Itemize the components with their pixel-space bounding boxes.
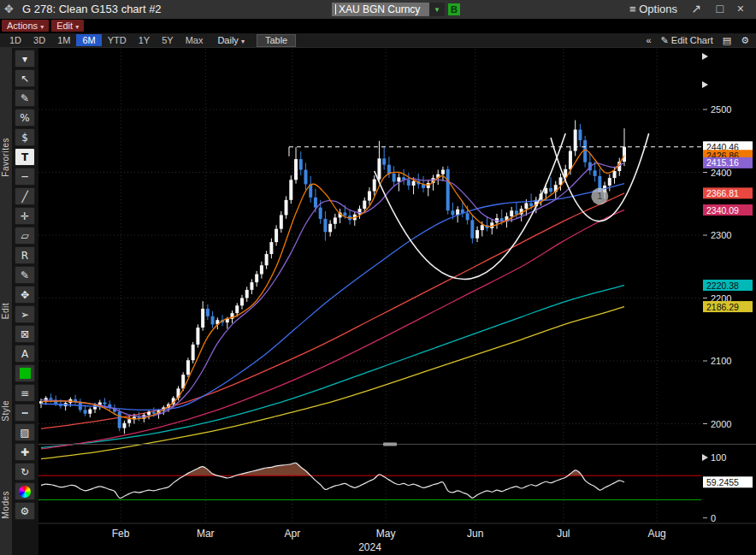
svg-text:2400: 2400 — [711, 168, 731, 178]
ma_yellow — [41, 307, 624, 459]
horizontal-line-tool[interactable]: ─ — [15, 168, 35, 186]
pencil-icon: ✎ — [661, 35, 669, 45]
collapse-panel-icon[interactable]: « — [646, 35, 651, 45]
edit-section-label: Edit — [1, 303, 10, 319]
svg-text:59.2455: 59.2455 — [706, 477, 739, 487]
range-tab-ytd[interactable]: YTD — [102, 34, 133, 46]
range-tab-6m[interactable]: 6M — [76, 34, 101, 46]
chevron-down-icon: ▾ — [40, 23, 44, 31]
window-title: G 278: Clean G153 chart #2 — [22, 3, 162, 15]
svg-text:Jun: Jun — [467, 528, 483, 540]
scroll-arrow-icon — [702, 81, 708, 88]
layout-grid-icon[interactable]: ▤ — [723, 35, 731, 46]
range-tab-1m[interactable]: 1M — [51, 34, 76, 46]
tool-column: ▾↖✎%$T─╱✛▱R✎✥➢⊠A≡┅▨✚↻⚙ — [15, 50, 35, 520]
chart-canvas[interactable]: 250024002300220021002000FebMarAprMayJunJ… — [0, 0, 756, 555]
security-input[interactable]: XAU BGN Curncy — [332, 3, 429, 16]
svg-text:100: 100 — [711, 452, 726, 463]
range-tab-max[interactable]: Max — [180, 34, 210, 46]
select-arrow-tool[interactable]: ➢ — [15, 305, 35, 323]
edit-menu-button[interactable]: Edit ▾ — [51, 20, 84, 32]
chart-marker[interactable]: 1 — [591, 187, 608, 204]
close-icon[interactable]: × — [737, 2, 744, 15]
text-annotation-tool[interactable]: T — [15, 148, 35, 166]
edit-chart-button[interactable]: ✎ Edit Chart — [661, 35, 713, 46]
svg-text:May: May — [376, 528, 396, 540]
rsi-overbought-fill — [235, 463, 310, 475]
chevron-down-icon: ▾ — [241, 38, 245, 45]
regression-tool[interactable]: R — [15, 246, 35, 264]
svg-text:2500: 2500 — [711, 104, 731, 115]
svg-text:Jul: Jul — [557, 528, 570, 540]
svg-text:Apr: Apr — [284, 528, 300, 540]
bloomberg-chart-window: 250024002300220021002000FebMarAprMayJunJ… — [0, 0, 756, 555]
popout-icon[interactable]: ↗ — [691, 2, 701, 15]
draw-pencil-tool[interactable]: ✎ — [15, 266, 35, 284]
maximize-icon[interactable]: □ — [717, 2, 724, 15]
title-bar: ✥ G 278: Clean G153 chart #2 XAU BGN Cur… — [0, 0, 756, 20]
settings-gear[interactable]: ⚙ — [15, 502, 35, 520]
price-label: 2415.16 — [703, 157, 753, 168]
chart-settings-gear-icon[interactable]: ⚙ — [741, 35, 749, 46]
favorites-section-label: Favorites — [1, 138, 10, 177]
panel-resize-handle[interactable] — [383, 443, 397, 446]
channel-tool[interactable]: ▱ — [15, 227, 35, 245]
svg-text:Mar: Mar — [197, 528, 215, 540]
svg-text:2024: 2024 — [358, 541, 381, 553]
line-style-tool[interactable]: ≡ — [15, 384, 35, 402]
bloomberg-badge[interactable]: B — [448, 3, 460, 15]
svg-text:Feb: Feb — [112, 528, 130, 540]
ma_cyan — [41, 286, 624, 448]
color-wheel[interactable] — [15, 482, 35, 500]
crosshair-mode[interactable]: ✚ — [15, 443, 35, 461]
cursor-tool[interactable]: ↖ — [15, 69, 35, 87]
cross-line-tool[interactable]: ✛ — [15, 207, 35, 225]
options-menu-button[interactable]: ≡ Options — [629, 3, 677, 15]
refresh-mode[interactable]: ↻ — [15, 463, 35, 481]
overlay-lines-front — [41, 150, 624, 419]
range-tab-1y[interactable]: 1Y — [133, 34, 156, 46]
dash-style-tool[interactable]: ┅ — [15, 404, 35, 422]
period-dropdown[interactable]: Daily ▾ — [217, 35, 245, 45]
table-button[interactable]: Table — [257, 34, 296, 47]
svg-text:2220.38: 2220.38 — [706, 280, 739, 291]
chevron-down-icon: ▾ — [435, 5, 440, 14]
range-tab-1d[interactable]: 1D — [3, 34, 27, 46]
range-tab-5y[interactable]: 5Y — [156, 34, 179, 46]
fib-retracement-tool[interactable]: % — [15, 109, 35, 127]
trend-line-tool[interactable]: ╱ — [15, 187, 35, 205]
color-swatch-icon — [20, 368, 31, 379]
range-tabs: 1D3D1M6MYTD1Y5YMax — [3, 34, 209, 46]
pattern-tool[interactable]: ▨ — [15, 423, 35, 441]
chevron-down-icon: ▾ — [75, 23, 79, 31]
move-tool[interactable]: ✥ — [15, 286, 35, 304]
security-ticker: XAU BGN Curncy — [339, 3, 420, 15]
text-style-tool[interactable]: A — [15, 345, 35, 363]
delete-tool[interactable]: ⊠ — [15, 325, 35, 343]
svg-text:Aug: Aug — [647, 528, 665, 540]
security-dropdown[interactable]: ▾ — [429, 3, 445, 16]
ma_blue — [41, 184, 624, 410]
price-label: 2220.38 — [703, 280, 753, 291]
sidebar-label-strip: Favorites Edit Style Modes — [0, 48, 12, 555]
price-label: 2366.81 — [703, 187, 753, 198]
panel-collapse[interactable]: ▾ — [15, 50, 35, 68]
svg-text:0: 0 — [711, 513, 716, 523]
svg-text:2340.09: 2340.09 — [706, 205, 739, 216]
svg-text:2186.29: 2186.29 — [706, 302, 739, 312]
range-toolbar: 1D3D1M6MYTD1Y5YMax Daily ▾ Table « ✎ Edi… — [0, 33, 756, 48]
options-label: Options — [639, 3, 677, 15]
svg-text:2300: 2300 — [711, 230, 731, 240]
move-window-icon[interactable]: ✥ — [4, 3, 14, 15]
text-caret — [335, 4, 336, 15]
svg-text:2415.16: 2415.16 — [706, 157, 739, 168]
overlay-lines-back — [41, 193, 624, 459]
quick-annotate-tool[interactable]: ✎ — [15, 89, 35, 107]
svg-text:2000: 2000 — [711, 419, 731, 429]
actions-menu-button[interactable]: Actions ▾ — [2, 20, 49, 32]
color-swatch[interactable] — [15, 364, 35, 382]
range-tab-3d[interactable]: 3D — [27, 34, 51, 46]
hamburger-icon: ≡ — [629, 3, 636, 15]
price-range-tool[interactable]: $ — [15, 128, 35, 146]
color-wheel-icon — [19, 486, 31, 498]
